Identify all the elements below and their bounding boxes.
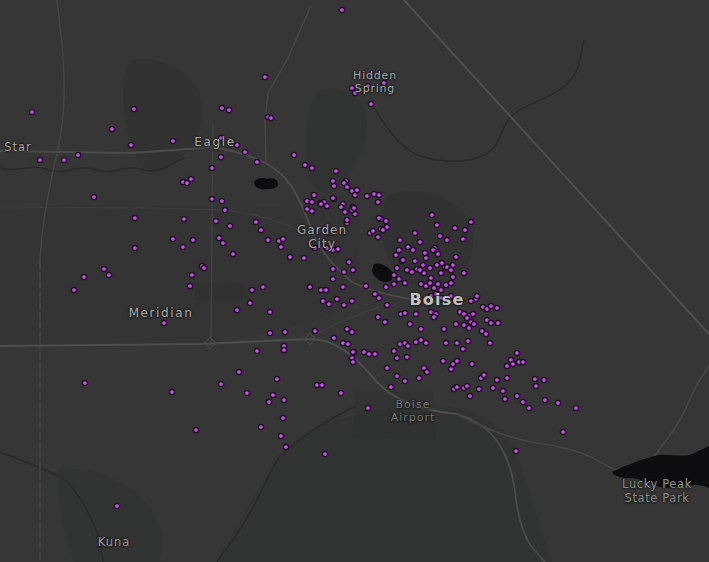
map-point[interactable] — [190, 237, 195, 242]
map-point[interactable] — [405, 244, 410, 249]
map-point[interactable] — [106, 272, 111, 277]
map-point[interactable] — [322, 451, 327, 456]
map-point[interactable] — [213, 218, 218, 223]
map-point[interactable] — [465, 338, 470, 343]
map-point[interactable] — [344, 217, 349, 222]
map-point[interactable] — [370, 228, 375, 233]
map-point[interactable] — [227, 223, 232, 228]
map-point[interactable] — [218, 154, 223, 159]
map-point[interactable] — [29, 109, 34, 114]
map-point[interactable] — [350, 349, 355, 354]
map-point[interactable] — [170, 236, 175, 241]
map-point[interactable] — [278, 433, 283, 438]
map-point[interactable] — [260, 284, 265, 289]
map-point[interactable] — [428, 293, 433, 298]
map-point[interactable] — [466, 325, 471, 330]
map-point[interactable] — [81, 274, 86, 279]
map-point[interactable] — [437, 233, 442, 238]
map-point[interactable] — [309, 208, 314, 213]
map-point[interactable] — [396, 247, 401, 252]
map-point[interactable] — [312, 328, 317, 333]
map-point[interactable] — [444, 237, 449, 242]
map-point[interactable] — [302, 162, 307, 167]
map-point[interactable] — [468, 219, 473, 224]
map-point[interactable] — [220, 240, 225, 245]
map-point[interactable] — [318, 201, 323, 206]
map-point[interactable] — [234, 307, 239, 312]
map-point[interactable] — [218, 135, 223, 140]
map-point[interactable] — [429, 212, 434, 217]
map-point[interactable] — [375, 234, 380, 239]
map-point[interactable] — [341, 269, 346, 274]
map-point[interactable] — [339, 7, 344, 12]
map-point[interactable] — [454, 358, 459, 363]
map-point[interactable] — [82, 380, 87, 385]
map-point[interactable] — [132, 215, 137, 220]
map-point[interactable] — [372, 351, 377, 356]
map-point[interactable] — [350, 359, 355, 364]
map-point[interactable] — [311, 192, 316, 197]
map-point[interactable] — [467, 393, 472, 398]
map-point[interactable] — [128, 142, 133, 147]
map-point[interactable] — [368, 101, 373, 106]
map-point[interactable] — [424, 369, 429, 374]
map-point[interactable] — [427, 265, 432, 270]
map-point[interactable] — [440, 358, 445, 363]
map-point[interactable] — [170, 138, 175, 143]
map-point[interactable] — [541, 377, 546, 382]
map-point[interactable] — [281, 397, 286, 402]
map-point[interactable] — [330, 266, 335, 271]
map-point[interactable] — [309, 165, 314, 170]
map-point[interactable] — [71, 287, 76, 292]
map-point[interactable] — [453, 254, 458, 259]
map-point[interactable] — [324, 245, 329, 250]
map-point[interactable] — [324, 203, 329, 208]
map-point[interactable] — [383, 218, 388, 223]
map-point[interactable] — [226, 107, 231, 112]
map-point[interactable] — [189, 272, 194, 277]
map-point[interactable] — [376, 215, 381, 220]
map-point[interactable] — [169, 389, 174, 394]
map-point[interactable] — [258, 424, 263, 429]
map-point[interactable] — [391, 348, 396, 353]
map-point[interactable] — [483, 331, 488, 336]
map-point[interactable] — [434, 222, 439, 227]
map-point[interactable] — [309, 199, 314, 204]
map-point[interactable] — [278, 244, 283, 249]
map-point[interactable] — [391, 281, 396, 286]
map-point[interactable] — [366, 351, 371, 356]
map-point[interactable] — [520, 399, 525, 404]
map-point[interactable] — [344, 326, 349, 331]
map-point[interactable] — [331, 183, 336, 188]
map-point[interactable] — [441, 326, 446, 331]
map-point[interactable] — [510, 361, 515, 366]
map-point[interactable] — [349, 298, 354, 303]
map-point[interactable] — [338, 204, 343, 209]
map-point[interactable] — [462, 227, 467, 232]
map-point[interactable] — [420, 262, 425, 267]
map-point[interactable] — [364, 193, 369, 198]
map-point[interactable] — [319, 382, 324, 387]
map-point[interactable] — [397, 237, 402, 242]
map-point[interactable] — [481, 372, 486, 377]
map-point[interactable] — [333, 168, 338, 173]
map-point[interactable] — [61, 157, 66, 162]
map-point[interactable] — [476, 386, 481, 391]
map-point[interactable] — [384, 365, 389, 370]
map-point[interactable] — [376, 192, 381, 197]
map-point[interactable] — [323, 287, 328, 292]
map-point[interactable] — [131, 106, 136, 111]
map-point[interactable] — [450, 262, 455, 267]
map-point[interactable] — [469, 361, 474, 366]
map-canvas[interactable]: StarHiddenSpringEagleGardenCityBoiseMeri… — [0, 0, 709, 562]
map-point[interactable] — [161, 320, 166, 325]
map-point[interactable] — [18, 143, 23, 148]
map-point[interactable] — [438, 295, 443, 300]
map-point[interactable] — [504, 363, 509, 368]
map-point[interactable] — [418, 326, 423, 331]
map-point[interactable] — [514, 393, 519, 398]
map-point[interactable] — [363, 283, 368, 288]
map-point[interactable] — [249, 287, 254, 292]
map-point[interactable] — [488, 303, 493, 308]
map-point[interactable] — [416, 375, 421, 380]
